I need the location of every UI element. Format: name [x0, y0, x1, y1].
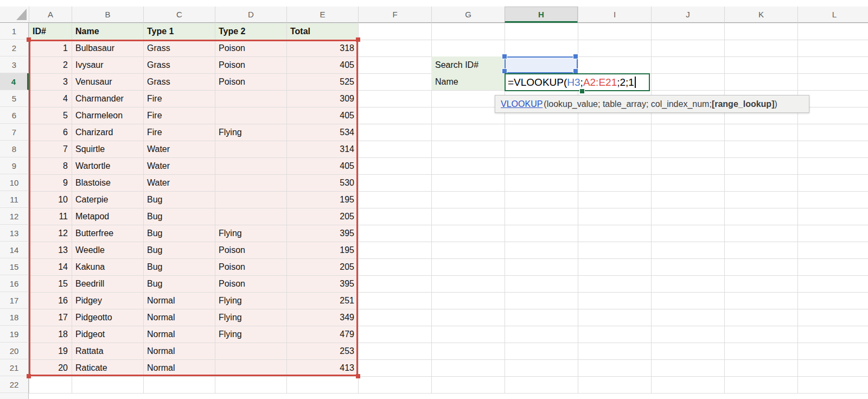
cell-D14[interactable]: Poison	[215, 242, 286, 258]
cell-A18[interactable]: 17	[29, 309, 72, 326]
cell-A14[interactable]: 13	[29, 242, 72, 258]
selected-cell-H3[interactable]	[505, 56, 578, 73]
row-header-17[interactable]: 17	[0, 292, 29, 309]
cell-C6[interactable]: Fire	[143, 107, 215, 124]
cell-E7[interactable]: 534	[286, 124, 358, 141]
row-header-partial[interactable]	[0, 393, 29, 399]
cell-A9[interactable]: 8	[29, 157, 72, 174]
cell-D10[interactable]	[215, 174, 286, 191]
cell-E15[interactable]: 205	[286, 258, 358, 275]
cell-E3[interactable]: 405	[286, 56, 358, 73]
cell-C19[interactable]: Normal	[143, 326, 215, 343]
row-header-10[interactable]: 10	[0, 174, 29, 191]
cell-A12[interactable]: 11	[29, 208, 72, 225]
cell-A1[interactable]: ID#	[29, 23, 72, 40]
cell-A8[interactable]: 7	[29, 141, 72, 157]
cell-C1[interactable]: Type 1	[143, 23, 215, 40]
cell-C21[interactable]: Normal	[143, 359, 215, 376]
cell-A7[interactable]: 6	[29, 124, 72, 141]
row-header-4[interactable]: 4	[0, 73, 29, 90]
range-handle-top-left[interactable]	[27, 37, 31, 42]
cell-A5[interactable]: 4	[29, 90, 72, 107]
row-header-15[interactable]: 15	[0, 258, 29, 275]
cell-E6[interactable]: 405	[286, 107, 358, 124]
cell-E2[interactable]: 318	[286, 40, 358, 56]
row-header-5[interactable]: 5	[0, 90, 29, 107]
row-header-9[interactable]: 9	[0, 157, 29, 174]
active-cell-fill-handle[interactable]	[579, 88, 585, 94]
column-header-K[interactable]: K	[724, 7, 797, 23]
cell-D19[interactable]: Flying	[215, 326, 286, 343]
cell-A6[interactable]: 5	[29, 107, 72, 124]
selection-handle-top-left[interactable]	[502, 54, 507, 59]
cell-A16[interactable]: 15	[29, 275, 72, 292]
cell-E4[interactable]: 525	[286, 73, 358, 90]
cell-E12[interactable]: 205	[286, 208, 358, 225]
row-header-2[interactable]: 2	[0, 40, 29, 56]
selection-handle-top-right[interactable]	[573, 54, 578, 59]
cell-B21[interactable]: Raticate	[72, 359, 143, 376]
cell-B3[interactable]: Ivysaur	[72, 56, 143, 73]
cell-B17[interactable]: Pidgey	[72, 292, 143, 309]
cell-D16[interactable]: Poison	[215, 275, 286, 292]
cell-B9[interactable]: Wartortle	[72, 157, 143, 174]
column-header-G[interactable]: G	[431, 7, 505, 23]
cell-E10[interactable]: 530	[286, 174, 358, 191]
cell-A15[interactable]: 14	[29, 258, 72, 275]
cell-D7[interactable]: Flying	[215, 124, 286, 141]
column-header-H[interactable]: H	[505, 7, 578, 23]
cell-D17[interactable]: Flying	[215, 292, 286, 309]
cell-B20[interactable]: Rattata	[72, 343, 143, 359]
column-header-A[interactable]: A	[29, 7, 72, 23]
row-header-6[interactable]: 6	[0, 107, 29, 124]
cell-D13[interactable]: Flying	[215, 225, 286, 242]
column-header-D[interactable]: D	[215, 7, 286, 23]
cell-G3-search-id-label[interactable]: Search ID#	[431, 56, 505, 73]
row-header-20[interactable]: 20	[0, 343, 29, 359]
cell-C4[interactable]: Grass	[143, 73, 215, 90]
cell-G4-name-label[interactable]: Name	[431, 73, 505, 90]
cell-C9[interactable]: Water	[143, 157, 215, 174]
row-header-14[interactable]: 14	[0, 242, 29, 258]
cell-B7[interactable]: Charizard	[72, 124, 143, 141]
row-header-22[interactable]: 22	[0, 376, 29, 393]
vlookup-help-link[interactable]: VLOOKUP	[501, 99, 542, 109]
cell-D8[interactable]	[215, 141, 286, 157]
cell-E8[interactable]: 314	[286, 141, 358, 157]
cell-C14[interactable]: Bug	[143, 242, 215, 258]
column-header-E[interactable]: E	[286, 7, 358, 23]
cell-C16[interactable]: Bug	[143, 275, 215, 292]
cell-C5[interactable]: Fire	[143, 90, 215, 107]
row-header-21[interactable]: 21	[0, 359, 29, 376]
cell-A11[interactable]: 10	[29, 191, 72, 208]
cell-D21[interactable]	[215, 359, 286, 376]
cell-D18[interactable]: Flying	[215, 309, 286, 326]
cell-B6[interactable]: Charmeleon	[72, 107, 143, 124]
cell-C12[interactable]: Bug	[143, 208, 215, 225]
column-header-I[interactable]: I	[578, 7, 651, 23]
cell-E21[interactable]: 413	[286, 359, 358, 376]
cell-C20[interactable]: Normal	[143, 343, 215, 359]
cell-E16[interactable]: 395	[286, 275, 358, 292]
cell-B14[interactable]: Weedle	[72, 242, 143, 258]
cell-A13[interactable]: 12	[29, 225, 72, 242]
row-header-12[interactable]: 12	[0, 208, 29, 225]
cell-D5[interactable]	[215, 90, 286, 107]
cell-C11[interactable]: Bug	[143, 191, 215, 208]
range-handle-top-right[interactable]	[356, 37, 360, 42]
cell-D20[interactable]	[215, 343, 286, 359]
cell-A2[interactable]: 1	[29, 40, 72, 56]
cell-A17[interactable]: 16	[29, 292, 72, 309]
cell-B12[interactable]: Metapod	[72, 208, 143, 225]
cell-B18[interactable]: Pidgeotto	[72, 309, 143, 326]
cell-C17[interactable]: Normal	[143, 292, 215, 309]
formula-edit-cell-H4[interactable]: =VLOOKUP(H3;A2:E21;2;1	[505, 73, 650, 91]
cell-B4[interactable]: Venusaur	[72, 73, 143, 90]
cell-C3[interactable]: Grass	[143, 56, 215, 73]
cell-E19[interactable]: 479	[286, 326, 358, 343]
cell-C13[interactable]: Bug	[143, 225, 215, 242]
column-header-J[interactable]: J	[651, 7, 724, 23]
cell-D11[interactable]	[215, 191, 286, 208]
cell-D12[interactable]	[215, 208, 286, 225]
cell-A10[interactable]: 9	[29, 174, 72, 191]
